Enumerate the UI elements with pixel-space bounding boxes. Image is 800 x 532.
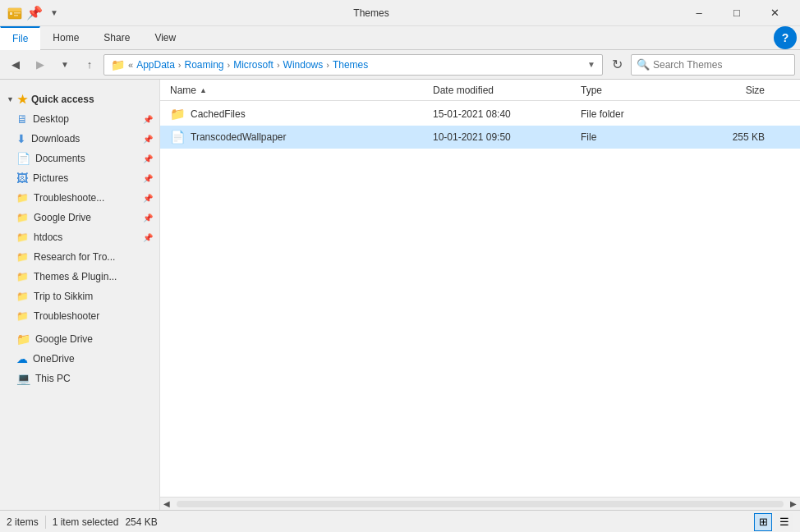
- status-item-count: 2 items: [7, 516, 39, 528]
- maximize-button[interactable]: □: [718, 0, 756, 26]
- col-date-label: Date modified: [433, 85, 494, 96]
- path-microsoft[interactable]: Microsoft: [233, 59, 274, 71]
- col-header-date[interactable]: Date modified: [426, 80, 574, 100]
- col-size-label: Size: [746, 85, 765, 96]
- file-row-transcodedwallpaper[interactable]: 📄 TranscodedWallpaper 10-01-2021 09:50 F…: [160, 126, 800, 149]
- tab-file[interactable]: File: [0, 26, 40, 50]
- main-layout: ▼ ★ Quick access 🖥 Desktop 📌 ⬇ Downloads…: [0, 80, 800, 510]
- sidebar-item-onedrive[interactable]: ☁ OneDrive: [0, 349, 159, 369]
- file-row-cachedfiles[interactable]: 📁 CachedFiles 15-01-2021 08:40 File fold…: [160, 103, 800, 126]
- help-button[interactable]: ?: [774, 26, 797, 49]
- back-button[interactable]: ◀: [5, 54, 26, 76]
- file-cell-type-cachedfiles: File folder: [574, 103, 689, 126]
- research-icon: 📁: [16, 251, 29, 263]
- troubleshooter-icon: 📁: [16, 310, 29, 322]
- cachedfiles-type: File folder: [581, 108, 624, 120]
- sidebar: ▼ ★ Quick access 🖥 Desktop 📌 ⬇ Downloads…: [0, 80, 160, 510]
- pictures-icon: 🖼: [16, 172, 28, 185]
- documents-icon: 📄: [16, 152, 30, 165]
- htdocs-pin-icon: 📌: [143, 233, 153, 242]
- col-type-label: Type: [581, 85, 602, 96]
- recent-locations-button[interactable]: ▼: [54, 54, 76, 76]
- sidebar-item-documents[interactable]: 📄 Documents 📌: [0, 149, 159, 168]
- path-folder-icon: 📁: [111, 58, 125, 71]
- transcodedwallpaper-type: File: [581, 131, 596, 143]
- h-scroll-left-button[interactable]: ◀: [160, 498, 173, 511]
- trip-icon: 📁: [16, 291, 29, 302]
- col-header-name[interactable]: Name ▲: [163, 80, 426, 100]
- window-controls: – □ ✕: [680, 0, 793, 26]
- file-cell-type-transcodedwallpaper: File: [574, 126, 689, 149]
- file-list: 📁 CachedFiles 15-01-2021 08:40 File fold…: [160, 101, 800, 497]
- status-bar: 2 items 1 item selected 254 KB ⊞ ☰: [0, 510, 800, 532]
- window-icon: [7, 5, 23, 21]
- sidebar-item-downloads[interactable]: ⬇ Downloads 📌: [0, 129, 159, 149]
- tab-view[interactable]: View: [142, 26, 188, 49]
- file-cell-size-transcodedwallpaper: 255 KB: [689, 126, 771, 149]
- up-button[interactable]: ↑: [79, 54, 100, 76]
- col-header-type[interactable]: Type: [574, 80, 689, 100]
- col-header-size[interactable]: Size: [689, 80, 771, 100]
- sidebar-item-htdocs-label: htdocs: [34, 232, 138, 243]
- tab-home[interactable]: Home: [40, 26, 91, 49]
- sidebar-item-troubleshooter-label: Troubleshooter: [34, 310, 153, 322]
- pin-icon[interactable]: 📌: [26, 5, 43, 21]
- sidebar-item-troubleshooter-pinned[interactable]: 📁 Troubleshoote... 📌: [0, 188, 159, 208]
- forward-button[interactable]: ▶: [30, 54, 51, 76]
- googledrive-pinned-icon: 📁: [16, 212, 29, 223]
- googledrive-pin-icon: 📌: [143, 213, 153, 222]
- sidebar-item-documents-label: Documents: [35, 153, 138, 164]
- sidebar-item-themes-plugin[interactable]: 📁 Themes & Plugin...: [0, 267, 159, 287]
- sidebar-item-desktop-label: Desktop: [33, 113, 138, 125]
- svg-rect-2: [10, 12, 12, 15]
- file-cell-date-cachedfiles: 15-01-2021 08:40: [426, 103, 574, 126]
- themes-plugin-icon: 📁: [16, 271, 29, 282]
- ribbon: File Home Share View ?: [0, 26, 800, 50]
- path-windows[interactable]: Windows: [283, 59, 324, 71]
- search-icon: 🔍: [637, 58, 650, 71]
- path-appdata[interactable]: AppData: [136, 59, 175, 71]
- sidebar-item-themes-plugin-label: Themes & Plugin...: [34, 271, 153, 282]
- quick-access-chevron: ▼: [7, 95, 14, 103]
- sidebar-item-googledrive-pinned[interactable]: 📁 Google Drive 📌: [0, 208, 159, 227]
- path-themes[interactable]: Themes: [333, 59, 368, 71]
- cachedfiles-date: 15-01-2021 08:40: [433, 108, 511, 120]
- sidebar-item-troubleshooter[interactable]: 📁 Troubleshooter: [0, 306, 159, 326]
- details-view-button[interactable]: ⊞: [754, 513, 772, 531]
- sidebar-item-thispc-label: This PC: [35, 373, 153, 384]
- sidebar-item-desktop[interactable]: 🖥 Desktop 📌: [0, 109, 159, 129]
- col-name-label: Name: [170, 85, 196, 96]
- refresh-button[interactable]: ↻: [606, 54, 628, 76]
- search-box: 🔍: [631, 54, 795, 76]
- tab-share[interactable]: Share: [91, 26, 142, 49]
- sidebar-item-downloads-label: Downloads: [31, 133, 138, 144]
- h-scroll-right-button[interactable]: ▶: [787, 498, 800, 511]
- title-bar-left-icons: 📌 ▼: [7, 5, 62, 21]
- status-separator: [45, 516, 46, 529]
- address-path: 📁 « AppData › Roaming › Microsoft › Wind…: [103, 54, 603, 76]
- path-roaming[interactable]: Roaming: [185, 59, 224, 71]
- sidebar-item-pictures[interactable]: 🖼 Pictures 📌: [0, 168, 159, 188]
- file-cell-name-cachedfiles: 📁 CachedFiles: [163, 103, 426, 126]
- sidebar-item-research[interactable]: 📁 Research for Tro...: [0, 247, 159, 267]
- googledrive-standalone-icon: 📁: [16, 332, 30, 346]
- search-input[interactable]: [653, 59, 789, 71]
- sidebar-item-thispc[interactable]: 💻 This PC: [0, 369, 159, 388]
- desktop-pin-icon: 📌: [143, 115, 153, 124]
- file-cell-name-transcodedwallpaper: 📄 TranscodedWallpaper: [163, 126, 426, 149]
- sidebar-item-trip[interactable]: 📁 Trip to Sikkim: [0, 287, 159, 306]
- path-dropdown-icon[interactable]: ▼: [587, 60, 595, 69]
- address-bar: ◀ ▶ ▼ ↑ 📁 « AppData › Roaming › Microsof…: [0, 50, 800, 80]
- close-button[interactable]: ✕: [756, 0, 793, 26]
- minimize-button[interactable]: –: [680, 0, 718, 26]
- down-arrow-icon[interactable]: ▼: [46, 5, 62, 21]
- svg-rect-1: [8, 8, 21, 11]
- sidebar-quick-access-header[interactable]: ▼ ★ Quick access: [0, 89, 159, 109]
- sidebar-item-htdocs[interactable]: 📁 htdocs 📌: [0, 227, 159, 247]
- sort-arrow-icon: ▲: [200, 86, 207, 94]
- desktop-icon: 🖥: [16, 112, 28, 126]
- h-scroll-track: [177, 501, 784, 507]
- sidebar-item-onedrive-label: OneDrive: [33, 353, 153, 365]
- sidebar-item-googledrive[interactable]: 📁 Google Drive: [0, 329, 159, 349]
- list-view-button[interactable]: ☰: [775, 513, 793, 531]
